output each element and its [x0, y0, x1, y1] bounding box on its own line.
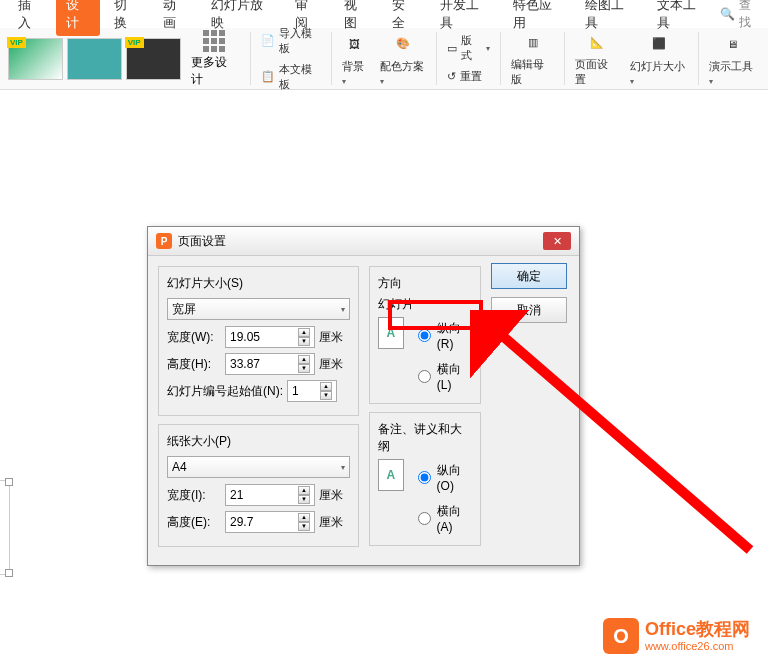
notes-landscape-radio[interactable]: 横向(A) [414, 500, 472, 537]
notes-direction-fieldset: 备注、讲义和大纲 A 纵向(O) 横向(A) [369, 412, 481, 546]
app-icon: P [156, 233, 172, 249]
menu-transition[interactable]: 切换 [104, 0, 148, 36]
paper-width-label: 宽度(I): [167, 487, 221, 504]
page-setup-label: 页面设置 [575, 57, 618, 87]
orientation-icon: A [378, 317, 404, 349]
template-icon: 📋 [261, 70, 275, 83]
watermark-url: www.office26.com [645, 640, 750, 652]
layout-group: ▭ 版式▾ ↺ 重置 [437, 32, 501, 85]
edit-master-button[interactable]: ▥ 编辑母版 [505, 26, 560, 91]
unit-label: 厘米 [319, 487, 343, 504]
slide-width-value: 19.05 [230, 330, 260, 344]
close-button[interactable]: ✕ [543, 232, 571, 250]
dialog-left-column: 幻灯片大小(S) 宽屏 ▾ 宽度(W): 19.05 ▲▼ 厘米 高度(H): [158, 266, 359, 555]
radio-input[interactable] [418, 471, 431, 484]
direction-label: 方向 [378, 275, 472, 292]
format-button[interactable]: ▭ 版式▾ [441, 31, 496, 65]
cancel-button[interactable]: 取消 [491, 297, 567, 323]
color-scheme-label: 配色方案 [380, 60, 424, 72]
dialog-right-column: 确定 取消 方向 幻灯片 A 纵向(R) 横向(L) [369, 266, 569, 555]
master-group: ▥ 编辑母版 [501, 32, 565, 85]
chevron-down-icon: ▾ [709, 77, 713, 86]
paper-height-input[interactable]: 29.7 ▲▼ [225, 511, 315, 533]
radio-input[interactable] [418, 370, 431, 383]
ribbon: 更多设计 📄 导入模板 📋 本文模板 🖼 背景▾ 🎨 配色方案▾ ▭ [0, 28, 768, 90]
portrait-label: 纵向(R) [437, 320, 472, 351]
import-template-button[interactable]: 📄 导入模板 [255, 24, 328, 58]
chevron-down-icon: ▾ [380, 77, 384, 86]
slide-portrait-radio[interactable]: 纵向(R) [414, 317, 472, 354]
color-scheme-button[interactable]: 🎨 配色方案▾ [374, 28, 433, 90]
notes-label: 备注、讲义和大纲 [378, 421, 472, 455]
slide-width-input[interactable]: 19.05 ▲▼ [225, 326, 315, 348]
watermark: O Office教程网 www.office26.com [603, 618, 750, 654]
slide-size-icon: ⬛ [647, 32, 671, 56]
slide-direction-label: 幻灯片 [378, 296, 472, 313]
search-box[interactable]: 🔍 查找 [720, 0, 760, 31]
menu-insert[interactable]: 插入 [8, 0, 52, 36]
paper-size-label: 纸张大小(P) [167, 433, 350, 450]
numbering-value: 1 [292, 384, 299, 398]
paper-size-fieldset: 纸张大小(P) A4 ▾ 宽度(I): 21 ▲▼ 厘米 高度(E): [158, 424, 359, 547]
unit-label: 厘米 [319, 514, 343, 531]
template-thumb-2[interactable] [67, 38, 122, 80]
edit-master-label: 编辑母版 [511, 57, 554, 87]
radio-input[interactable] [418, 329, 431, 342]
spinner-buttons[interactable]: ▲▼ [298, 328, 310, 346]
spinner-buttons[interactable]: ▲▼ [298, 513, 310, 531]
slide-size-button[interactable]: ⬛ 幻灯片大小▾ [624, 28, 694, 90]
paper-width-value: 21 [230, 488, 243, 502]
presentation-tool-label: 演示工具 [709, 60, 753, 72]
slide-edge-handle[interactable] [0, 480, 10, 575]
spinner-buttons[interactable]: ▲▼ [320, 382, 332, 400]
search-icon: 🔍 [720, 7, 735, 21]
ok-button[interactable]: 确定 [491, 263, 567, 289]
reset-label: 重置 [460, 69, 482, 84]
watermark-icon: O [603, 618, 639, 654]
unit-label: 厘米 [319, 356, 343, 373]
presentation-group: 🖥 演示工具▾ [699, 32, 766, 85]
paper-size-value: A4 [172, 460, 187, 474]
page-setup-icon: 📐 [585, 30, 609, 54]
orientation-icon: A [378, 459, 404, 491]
slide-size-value: 宽屏 [172, 301, 196, 318]
page-setup-group: 📐 页面设置 ⬛ 幻灯片大小▾ [565, 32, 699, 85]
paper-size-select[interactable]: A4 ▾ [167, 456, 350, 478]
background-button[interactable]: 🖼 背景▾ [336, 28, 373, 90]
template-thumb-3[interactable] [126, 38, 181, 80]
paper-width-input[interactable]: 21 ▲▼ [225, 484, 315, 506]
text-template-button[interactable]: 📋 本文模板 [255, 60, 328, 94]
slide-landscape-radio[interactable]: 横向(L) [414, 358, 472, 395]
chevron-down-icon: ▾ [341, 463, 345, 472]
paper-height-label: 高度(E): [167, 514, 221, 531]
chevron-down-icon: ▾ [486, 44, 490, 53]
page-setup-button[interactable]: 📐 页面设置 [569, 26, 624, 91]
numbering-label: 幻灯片编号起始值(N): [167, 383, 283, 400]
reset-icon: ↺ [447, 70, 456, 83]
dialog-titlebar[interactable]: P 页面设置 ✕ [148, 227, 579, 256]
more-designs-label: 更多设计 [191, 54, 238, 88]
paper-height-value: 29.7 [230, 515, 253, 529]
radio-input[interactable] [418, 512, 431, 525]
format-label: 版式 [461, 33, 482, 63]
template-thumb-1[interactable] [8, 38, 63, 80]
presentation-tool-button[interactable]: 🖥 演示工具▾ [703, 28, 762, 90]
watermark-title: Office教程网 [645, 620, 750, 640]
spinner-buttons[interactable]: ▲▼ [298, 486, 310, 504]
dialog-body: 幻灯片大小(S) 宽屏 ▾ 宽度(W): 19.05 ▲▼ 厘米 高度(H): [148, 256, 579, 565]
slide-size-label: 幻灯片大小(S) [167, 275, 350, 292]
menu-bar: 插入 设计 切换 动画 幻灯片放映 审阅 视图 安全 开发工具 特色应用 绘图工… [0, 0, 768, 28]
slide-height-input[interactable]: 33.87 ▲▼ [225, 353, 315, 375]
slide-size-select[interactable]: 宽屏 ▾ [167, 298, 350, 320]
reset-button[interactable]: ↺ 重置 [441, 67, 496, 86]
slide-height-value: 33.87 [230, 357, 260, 371]
background-group: 🖼 背景▾ 🎨 配色方案▾ [332, 32, 437, 85]
chevron-down-icon: ▾ [630, 77, 634, 86]
menu-design[interactable]: 设计 [56, 0, 100, 36]
notes-portrait-radio[interactable]: 纵向(O) [414, 459, 472, 496]
more-designs-button[interactable]: 更多设计 [183, 26, 246, 92]
numbering-input[interactable]: 1 ▲▼ [287, 380, 337, 402]
spinner-buttons[interactable]: ▲▼ [298, 355, 310, 373]
palette-icon: 🎨 [391, 32, 415, 56]
search-label: 查找 [739, 0, 760, 31]
